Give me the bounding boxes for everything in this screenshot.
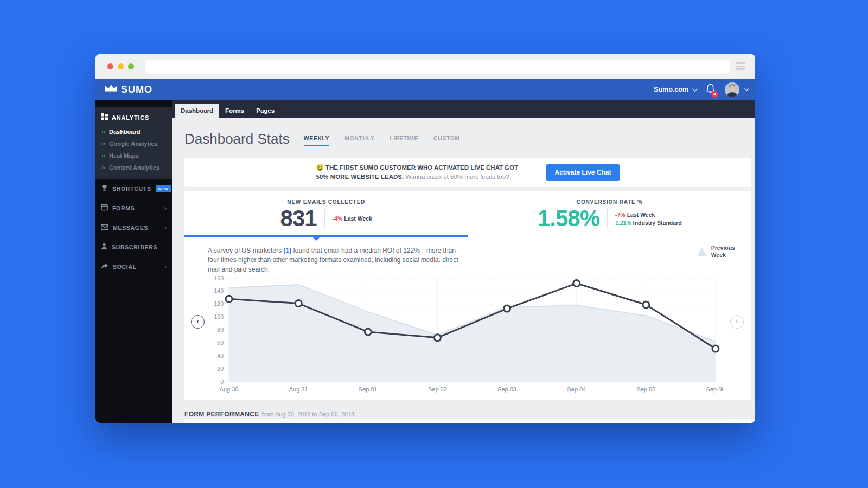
- sidebar-item-messages[interactable]: MESSAGES›: [95, 218, 172, 237]
- sidebar-item-google-analytics[interactable]: Google Analytics: [95, 138, 172, 150]
- sidebar-analytics-label: ANALYTICS: [112, 114, 149, 121]
- browser-chrome: [95, 54, 755, 79]
- green-dot-icon: [102, 143, 105, 145]
- svg-text:Aug 31: Aug 31: [289, 386, 308, 393]
- svg-text:Sep 05: Sep 05: [636, 386, 655, 393]
- brand-name: SUMO: [121, 84, 152, 95]
- sidebar: ANALYTICS DashboardGoogle AnalyticsHeat …: [95, 100, 172, 423]
- chevron-right-icon: ›: [164, 264, 167, 269]
- period-tab-lifetime[interactable]: LIFETIME: [390, 135, 418, 146]
- form-performance-title: FORM PERFORMANCE: [184, 410, 259, 418]
- sidebar-item-social[interactable]: SOCIAL›: [95, 257, 172, 277]
- chart-legend: PreviousWeek: [697, 245, 735, 259]
- zoom-window-button[interactable]: [128, 63, 134, 69]
- sidebar-item-subscribers[interactable]: SUBSCRIBERS: [95, 237, 172, 257]
- notification-count-badge: 4: [711, 91, 718, 98]
- metric-conversion-label: CONVERSION RATE %: [577, 199, 643, 205]
- svg-text:Sep 04: Sep 04: [567, 386, 586, 393]
- period-tab-monthly[interactable]: MONTHLY: [344, 135, 374, 146]
- sidebar-item-analytics[interactable]: ANALYTICS: [95, 111, 172, 126]
- svg-text:60: 60: [217, 339, 224, 346]
- svg-text:120: 120: [214, 300, 224, 307]
- metric-conversion-value: 1.58%: [538, 207, 599, 230]
- green-dot-icon: [102, 131, 105, 133]
- banner-regular-text: Wanna crack at 50% more leads too?: [405, 174, 509, 180]
- tab-forms[interactable]: Forms: [219, 104, 250, 118]
- tab-pages[interactable]: Pages: [250, 104, 280, 118]
- form-performance-card-partial: [184, 419, 751, 423]
- metric-conversion-rate: CONVERSION RATE % 1.58% -7% Last Week: [468, 191, 752, 235]
- metric-conversion-delta: -7% Last Week: [615, 211, 682, 218]
- sidebar-item-dashboard[interactable]: Dashboard: [95, 126, 172, 138]
- citation-link[interactable]: [1]: [283, 247, 291, 254]
- chart-previous-button[interactable]: ‹: [191, 315, 205, 329]
- chevron-right-icon: ›: [164, 206, 167, 211]
- period-tab-custom[interactable]: CUSTOM: [433, 135, 460, 146]
- new-badge: NEW: [156, 185, 171, 192]
- sumo-logo[interactable]: SUMO: [104, 84, 152, 95]
- banner-text: 🤑 THE FIRST SUMO CUSTOMER WHO ACTIVATED …: [316, 163, 528, 181]
- form-performance-header: FORM PERFORMANCEfrom Aug 30, 2018 to Sep…: [184, 409, 751, 416]
- svg-text:0: 0: [220, 378, 224, 385]
- page-content: Dashboard Stats WEEKLYMONTHLYLIFETIMECUS…: [172, 118, 755, 423]
- svg-text:20: 20: [217, 365, 224, 372]
- activate-live-chat-button[interactable]: Activate Live Chat: [546, 164, 620, 181]
- chevron-right-icon: ›: [164, 225, 167, 230]
- live-chat-banner: 🤑 THE FIRST SUMO CUSTOMER WHO ACTIVATED …: [184, 158, 751, 187]
- site-selector-dropdown[interactable]: Sumo.com: [654, 86, 696, 93]
- survey-note: A survey of US marketers [1] found that …: [208, 246, 467, 274]
- previous-week-triangle-icon: [697, 248, 707, 256]
- legend-label: PreviousWeek: [711, 245, 735, 259]
- page-title: Dashboard Stats: [184, 131, 290, 147]
- svg-text:Sep 03: Sep 03: [497, 386, 516, 393]
- person-icon: [101, 242, 107, 252]
- crown-icon: [104, 84, 118, 95]
- sidebar-section-analytics: ANALYTICS DashboardGoogle AnalyticsHeat …: [95, 107, 172, 179]
- sidebar-item-forms[interactable]: FORMS›: [95, 198, 172, 218]
- period-tabs: WEEKLYMONTHLYLIFETIMECUSTOM: [304, 135, 460, 146]
- app-header: SUMO Sumo.com 4: [95, 79, 755, 100]
- window-controls: [107, 63, 134, 69]
- browser-window: SUMO Sumo.com 4: [95, 54, 755, 423]
- browser-menu-icon[interactable]: [736, 62, 745, 72]
- green-dot-icon: [102, 155, 105, 157]
- url-bar[interactable]: [145, 60, 730, 74]
- site-selector-label: Sumo.com: [654, 86, 688, 93]
- notifications-button[interactable]: 4: [705, 83, 716, 97]
- svg-text:40: 40: [217, 352, 224, 359]
- metric-emails-value: 831: [280, 207, 317, 230]
- svg-text:Sep 06: Sep 06: [706, 386, 723, 393]
- svg-text:Aug 30: Aug 30: [220, 386, 239, 393]
- sidebar-item-content-analytics[interactable]: Content Analytics: [95, 162, 172, 174]
- svg-text:Sep 02: Sep 02: [428, 386, 447, 393]
- metric-emails-label: NEW EMAILS COLLECTED: [287, 199, 365, 205]
- tab-dashboard[interactable]: Dashboard: [175, 104, 219, 118]
- chart-next-button[interactable]: ›: [730, 315, 744, 329]
- minimize-window-button[interactable]: [118, 63, 124, 69]
- trophy-icon: [101, 184, 108, 194]
- user-avatar[interactable]: [725, 82, 739, 97]
- svg-text:100: 100: [214, 313, 224, 320]
- metric-new-emails: NEW EMAILS COLLECTED 831 -4% Last Week: [184, 191, 468, 235]
- sidebar-item-heat-maps[interactable]: Heat Maps: [95, 150, 172, 162]
- svg-text:140: 140: [214, 287, 224, 294]
- metric-emails-delta: -4% Last Week: [333, 215, 372, 222]
- envelope-icon: [101, 223, 108, 233]
- svg-text:Sep 01: Sep 01: [359, 386, 378, 393]
- chart-area: A survey of US marketers [1] found that …: [184, 237, 751, 400]
- chevron-down-icon: [692, 86, 698, 92]
- weekly-emails-chart: 020406080100120140160Aug 30Aug 31Sep 01S…: [213, 272, 723, 399]
- analytics-grid-icon: [101, 113, 108, 121]
- avatar-chevron-icon[interactable]: [744, 86, 749, 91]
- svg-text:80: 80: [217, 326, 224, 333]
- green-dot-icon: [102, 166, 105, 169]
- period-tab-weekly[interactable]: WEEKLY: [304, 135, 330, 146]
- share-icon: [101, 262, 108, 272]
- dashboard-stats-card: NEW EMAILS COLLECTED 831 -4% Last Week: [184, 191, 751, 400]
- sidebar-item-shortcuts[interactable]: SHORTCUTSNEW: [95, 179, 172, 198]
- top-tab-strip: DashboardFormsPages: [172, 100, 755, 118]
- svg-text:160: 160: [214, 275, 224, 281]
- metric-conversion-benchmark: 1.21% Industry Standard: [615, 220, 682, 226]
- window-icon: [101, 203, 108, 213]
- close-window-button[interactable]: [107, 63, 113, 69]
